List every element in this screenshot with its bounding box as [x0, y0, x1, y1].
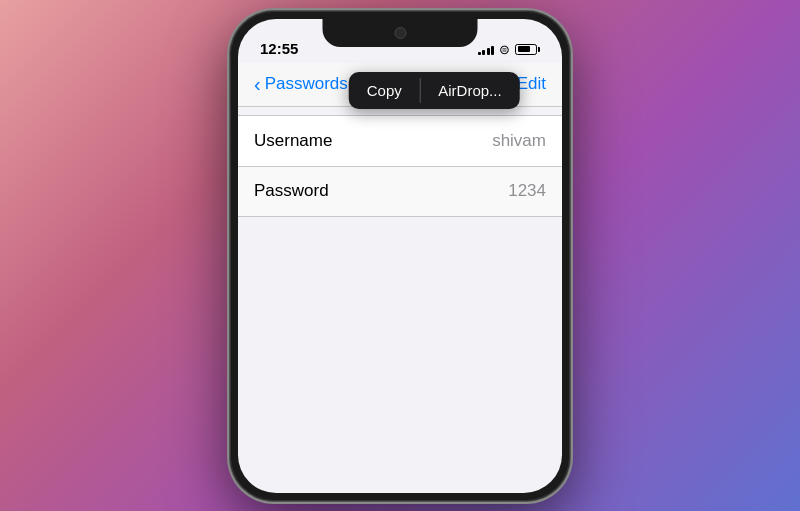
airdrop-button[interactable]: AirDrop... [420, 72, 519, 109]
wifi-icon: ⊜ [499, 42, 510, 57]
notch [323, 19, 478, 47]
phone-frame: 12:55 ⊜ [230, 11, 570, 501]
username-row[interactable]: Username shivam Copy AirDrop... [238, 116, 562, 166]
copy-button[interactable]: Copy [349, 72, 420, 109]
battery-icon [515, 44, 540, 55]
phone-screen: 12:55 ⊜ [238, 19, 562, 493]
phone-wrapper: 12:55 ⊜ [210, 11, 590, 501]
credentials-section: Username shivam Copy AirDrop... Password [238, 115, 562, 217]
camera [394, 27, 406, 39]
back-chevron-icon: ‹ [254, 74, 261, 94]
content-area: Username shivam Copy AirDrop... Password [238, 107, 562, 217]
context-menu: Copy AirDrop... [349, 72, 520, 109]
back-button[interactable]: ‹ Passwords [254, 74, 348, 94]
edit-button[interactable]: Edit [517, 74, 546, 94]
signal-icon [478, 44, 495, 55]
status-icons: ⊜ [478, 42, 541, 57]
password-row[interactable]: Password 1234 [238, 166, 562, 216]
username-value: shivam [492, 131, 546, 151]
username-label: Username [254, 131, 332, 151]
password-value: 1234 [508, 181, 546, 201]
status-time: 12:55 [260, 40, 298, 57]
back-label: Passwords [265, 74, 348, 94]
password-label: Password [254, 181, 329, 201]
